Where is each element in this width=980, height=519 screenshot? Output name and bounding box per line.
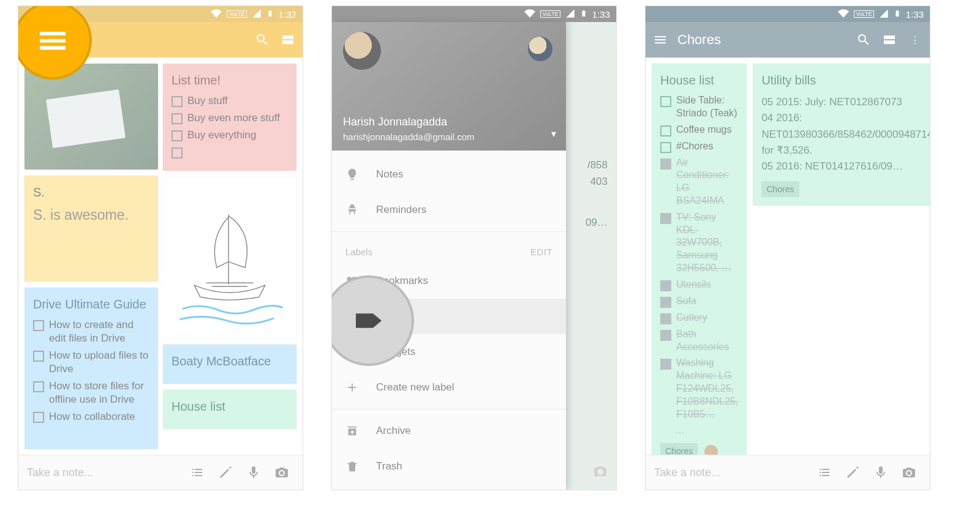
wifi-icon — [524, 8, 535, 21]
dropdown-caret-icon[interactable]: ▾ — [551, 128, 556, 140]
background-note-peek: /858 403 09… — [577, 151, 616, 237]
check-item-done[interactable]: TV: Sony KDL-32W700B, Samsung 32H5500, … — [660, 211, 738, 275]
volte-icon: VoLTE — [227, 10, 246, 18]
check-item-done[interactable]: Sofa — [660, 295, 738, 308]
bottom-bar: Take a note... — [646, 455, 930, 490]
check-item-done[interactable]: Cutlery — [660, 312, 738, 324]
take-note-input[interactable]: Take a note... — [654, 466, 809, 479]
overflow-icon[interactable]: ⋮ — [598, 37, 608, 48]
camera-icon[interactable] — [270, 460, 294, 485]
note-title: Utility bills — [761, 72, 930, 88]
phone-3-chores: VoLTE 1:33 Chores ⋮ House list Side Tabl… — [646, 6, 930, 490]
wifi-icon — [838, 8, 849, 21]
status-bar: VoLTE 1:33 — [332, 6, 616, 22]
account-header[interactable]: Harish Jonnalagadda harishjonnalagadda@g… — [332, 22, 566, 151]
note-house-list[interactable]: House list — [163, 390, 296, 429]
note-title: List time! — [172, 72, 288, 88]
note-image[interactable] — [24, 64, 158, 170]
check-item[interactable]: How to upload files to Drive — [33, 349, 149, 376]
label-notes-grid: House list Side Table: Striado (Teak) Co… — [646, 58, 930, 455]
check-item[interactable]: How to store files for offline use in Dr… — [33, 379, 149, 406]
view-toggle-icon[interactable] — [279, 31, 296, 48]
hamburger-menu-icon[interactable] — [652, 31, 669, 48]
note-body: S. is awesome. — [33, 206, 149, 225]
phone-1-notes: VoLTE 1:32 Notes — [18, 6, 303, 490]
notes-grid: S. S. is awesome. Drive Ultimate Guide H… — [18, 58, 303, 455]
signal-icon — [879, 9, 889, 20]
draw-icon[interactable] — [840, 460, 865, 485]
overflow-icon[interactable]: ⋮ — [907, 31, 924, 48]
check-item[interactable]: Coffee mugs — [660, 124, 738, 136]
search-icon[interactable] — [855, 31, 872, 48]
note-body: 05 2015: July: NET012867073 04 2016: NET… — [761, 94, 930, 175]
note-house-list[interactable]: House list Side Table: Striado (Teak) Co… — [652, 64, 747, 468]
battery-icon — [580, 8, 587, 21]
volte-icon: VoLTE — [854, 10, 873, 18]
navigation-drawer: Harish Jonnalagadda harishjonnalagadda@g… — [332, 22, 566, 490]
note-s[interactable]: S. S. is awesome. — [24, 176, 158, 282]
clock: 1:32 — [279, 9, 296, 20]
battery-icon — [894, 8, 901, 21]
bottom-bar: Take a note... — [18, 455, 303, 490]
avatar-primary[interactable] — [343, 32, 381, 70]
camera-icon[interactable] — [897, 460, 921, 485]
note-drive-guide[interactable]: Drive Ultimate Guide How to create and e… — [24, 288, 158, 449]
note-drawing[interactable] — [163, 177, 296, 338]
check-item[interactable]: Buy stuff — [172, 94, 288, 108]
check-item-done[interactable]: Air Conditioner: LG BSA24IMA — [660, 157, 738, 207]
create-label[interactable]: Create new label — [332, 370, 566, 405]
take-note-input[interactable]: Take a note... — [27, 466, 181, 479]
avatar-secondary[interactable] — [528, 37, 552, 61]
check-item[interactable]: How to collaborate — [33, 410, 149, 424]
check-item[interactable]: Buy even more stuff — [172, 111, 288, 125]
signal-icon — [252, 9, 262, 20]
app-bar: Chores ⋮ — [646, 22, 930, 58]
wifi-icon — [211, 8, 222, 21]
list-icon[interactable] — [812, 460, 837, 485]
list-icon[interactable] — [185, 460, 209, 485]
camera-icon[interactable] — [593, 464, 608, 481]
check-item[interactable]: Buy everything — [172, 129, 288, 142]
check-item[interactable] — [172, 146, 288, 159]
note-title: Drive Ultimate Guide — [33, 296, 149, 312]
nav-reminders[interactable]: Reminders — [332, 192, 566, 228]
signal-icon — [565, 9, 575, 20]
check-item-done[interactable]: Utensils — [660, 278, 738, 291]
nav-notes[interactable]: Notes — [332, 157, 566, 192]
clock: 1:33 — [592, 9, 610, 20]
divider — [332, 231, 566, 232]
divider — [332, 409, 566, 409]
note-title: House list — [660, 72, 738, 88]
account-email: harishjonnalagadda@gmail.com — [343, 132, 475, 142]
draw-icon[interactable] — [213, 460, 238, 485]
check-item[interactable]: Side Table: Striado (Teak) — [660, 94, 738, 120]
note-utility-bills[interactable]: Utility bills 05 2015: July: NET01286707… — [753, 64, 930, 206]
battery-icon — [266, 8, 274, 21]
mic-icon[interactable] — [869, 460, 893, 485]
check-item[interactable]: How to create and edit files in Drive — [33, 318, 149, 345]
account-name: Harish Jonnalagadda — [343, 116, 447, 129]
app-title: Chores — [677, 32, 846, 48]
view-toggle-icon[interactable] — [881, 31, 898, 48]
edit-labels-button[interactable]: EDIT — [530, 247, 552, 257]
note-title: S. — [33, 184, 149, 200]
check-item[interactable]: #Chores — [660, 140, 738, 153]
nav-archive[interactable]: Archive — [332, 413, 566, 449]
search-icon[interactable] — [254, 31, 271, 48]
note-title: House list — [172, 398, 288, 414]
labels-section-header: Labels EDIT — [332, 236, 566, 263]
nav-trash[interactable]: Trash — [332, 449, 566, 484]
mic-icon[interactable] — [241, 460, 266, 485]
phone-2-drawer: VoLTE 1:33 /858 403 09… ⋮ Harish Jonnala… — [332, 6, 616, 490]
clock: 1:33 — [906, 9, 924, 20]
status-bar: VoLTE 1:33 — [646, 6, 930, 22]
check-item-done[interactable]: Bath Accessories — [660, 328, 738, 354]
note-list-time[interactable]: List time! Buy stuff Buy even more stuff… — [163, 64, 296, 171]
note-boaty[interactable]: Boaty McBoatface — [163, 345, 296, 384]
volte-icon: VoLTE — [540, 10, 560, 18]
label-chip[interactable]: Chores — [761, 181, 799, 197]
note-title: Boaty McBoatface — [172, 353, 288, 369]
check-item-done[interactable]: Washing Machine: LG F124WDL25, F10B8NDL2… — [660, 357, 738, 420]
